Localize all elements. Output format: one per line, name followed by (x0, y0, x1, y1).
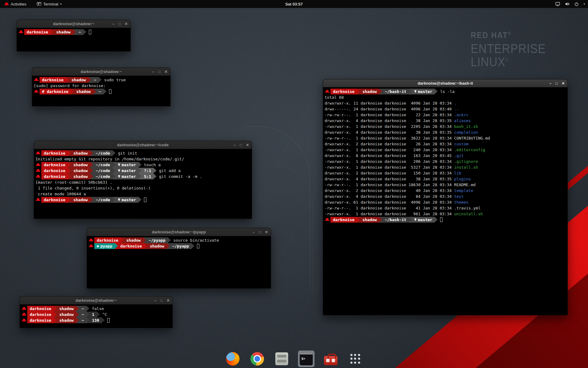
terminal-line: -rw-rw-r--. 1 darknoise darknoise 22 Jan… (325, 112, 566, 118)
minimize-button[interactable]: – (154, 299, 156, 302)
output-text: [sudo] password for darknoise: (34, 83, 106, 89)
firefox-icon[interactable] (224, 351, 241, 367)
terminal-content[interactable]: darknoiseshadow~/code git initInitialize… (34, 149, 252, 219)
chevron-down-icon: ▾ (583, 2, 585, 6)
prompt-segment: Ψmaster (412, 217, 435, 223)
terminal-window-code[interactable]: darknoise@shadow:~/code – □ ✕ darknoises… (34, 141, 252, 219)
app-menu-terminal[interactable]: Terminal ▾ (36, 0, 63, 8)
toolbox-icon[interactable] (322, 351, 339, 367)
terminal-content[interactable]: darknoiseshadow~/pyapp source bin/activa… (87, 236, 271, 288)
app-grid-icon[interactable] (347, 351, 364, 367)
terminal-line: darknoiseshadow~ sudo true (34, 77, 169, 83)
file-meta: -rwxrwxr-x. 1 darknoise darknoise 961 Ja… (325, 211, 454, 217)
terminal-window-home-2[interactable]: darknoise@shadow:~ – □ ✕ darknoiseshadow… (20, 296, 173, 328)
window-titlebar[interactable]: darknoise@shadow:~ – □ ✕ (17, 20, 130, 28)
powerline-separator (168, 237, 171, 243)
activities-button[interactable]: Activities (3, 0, 28, 8)
minimize-button[interactable]: – (549, 82, 552, 85)
terminal-content[interactable]: darknoiseshadow~ sudo true[sudo] passwor… (32, 76, 170, 106)
output-text: create mode 100644 a (36, 191, 86, 197)
prompt-segment: 130 (89, 317, 101, 323)
maximize-button[interactable]: □ (119, 22, 121, 26)
prompt-segment: ~ (79, 312, 86, 317)
terminal-line: -rw-rw-r--. 1 darknoise darknoise 41 Jan… (325, 205, 566, 211)
terminal-line: ●pyappdarknoiseshadow~/pyapp (89, 243, 269, 249)
minimize-button[interactable]: – (112, 22, 115, 26)
minimize-button[interactable]: – (234, 143, 236, 147)
window-titlebar[interactable]: darknoise@shadow:~ – □ ✕ (32, 68, 170, 76)
terminal-window-pyapp[interactable]: darknoise@shadow:~/pyapp – □ ✕ darknoise… (87, 228, 271, 289)
file-name: template (454, 188, 473, 194)
system-status-area[interactable]: ▾ (555, 2, 585, 6)
terminal-window-bash-it[interactable]: darknoise@shadow:~/bash-it – □ ✕ darknoi… (323, 79, 568, 315)
redhat-logo-icon (4, 2, 9, 6)
window-titlebar[interactable]: darknoise@shadow:~/bash-it – □ ✕ (323, 79, 567, 87)
maximize-button[interactable]: □ (160, 299, 163, 302)
prompt-segment: ~ (79, 317, 86, 323)
terminal-line: darknoiseshadow~/codeΨmaster?:1 git add … (36, 168, 250, 174)
close-button[interactable]: ✕ (265, 230, 268, 234)
terminal-app-icon (37, 2, 41, 6)
powerline-separator (54, 306, 57, 312)
maximize-button[interactable]: □ (158, 70, 160, 74)
terminal-line: darknoiseshadow~ false (21, 306, 171, 312)
redhat-prompt-icon (89, 238, 93, 242)
powerline-separator (90, 197, 93, 203)
file-name: plugins (454, 176, 471, 182)
terminal-line: -rwxrwxr-x. 1 darknoise darknoise 206 Ja… (325, 159, 566, 164)
close-button[interactable]: ✕ (125, 22, 128, 26)
terminal-line: -rwxrwxr-x. 1 darknoise darknoise 5327 J… (325, 164, 566, 170)
powerline-separator (138, 197, 141, 203)
powerline-separator (143, 237, 146, 243)
powerline-separator (138, 174, 141, 179)
prompt-segment: ~/bash-it (382, 217, 409, 223)
minimize-button[interactable]: – (253, 230, 255, 234)
close-button[interactable]: ✕ (167, 299, 170, 302)
maximize-button[interactable]: □ (556, 82, 558, 85)
terminal-line: drwxrwxr-x. 2 darknoise darknoise 150 Ja… (325, 170, 566, 176)
files-icon[interactable] (273, 351, 290, 367)
powerline-separator (144, 243, 147, 249)
window-titlebar[interactable]: darknoise@shadow:~/pyapp – □ ✕ (87, 228, 271, 236)
terminal-content[interactable]: darknoiseshadow~/bash-itΨmaster ls -lato… (323, 87, 567, 315)
cursor-block (89, 30, 91, 34)
close-button[interactable]: ✕ (562, 82, 565, 85)
branch-icon: Ψ (118, 168, 120, 174)
powerline-separator (83, 29, 86, 35)
prompt-segment: ~/code (93, 168, 112, 174)
window-titlebar[interactable]: darknoise@shadow:~/code – □ ✕ (34, 141, 252, 149)
terminal-window-home-1[interactable]: darknoise@shadow:~ – □ ✕ darknoiseshadow… (17, 20, 131, 52)
file-name: .git (454, 153, 464, 159)
powerline-separator (76, 306, 79, 312)
powerline-separator (51, 29, 54, 35)
powerline-separator (435, 217, 438, 223)
terminal-content[interactable]: darknoiseshadow~ falsedarknoiseshadow~1 … (20, 305, 172, 328)
prompt-segment: shadow (71, 174, 90, 179)
cursor-block (197, 244, 199, 248)
terminal-line: Initialized empty Git repository in /hom… (36, 156, 250, 162)
maximize-button[interactable]: □ (259, 230, 261, 234)
branch-icon: Ψ (118, 197, 120, 203)
terminal-content[interactable]: darknoiseshadow~ (17, 28, 130, 51)
close-button[interactable]: ✕ (246, 143, 249, 147)
powerline-separator (191, 243, 194, 249)
powerline-separator (97, 312, 100, 317)
maximize-button[interactable]: □ (240, 143, 242, 147)
chrome-icon[interactable] (249, 351, 266, 367)
prompt-segment: shadow (71, 197, 90, 203)
terminal-line: -rwxrwxr-x. 1 darknoise darknoise 2205 J… (325, 124, 566, 129)
chevron-down-icon: ▾ (60, 2, 62, 6)
command-text: sudo true (102, 77, 126, 83)
file-name: .. (454, 106, 459, 112)
file-meta: -rw-rw-r--. 1 darknoise darknoise 3622 J… (325, 135, 454, 141)
file-name: .travis.yml (454, 205, 481, 211)
minimize-button[interactable]: – (152, 70, 154, 74)
terminal-icon[interactable]: $> (298, 351, 315, 367)
window-titlebar[interactable]: darknoise@shadow:~ – □ ✕ (20, 297, 172, 305)
powerline-separator (357, 217, 360, 223)
clock[interactable]: Sat 03:57 (285, 2, 303, 6)
terminal-window-sudo[interactable]: darknoise@shadow:~ – □ ✕ darknoiseshadow… (32, 67, 171, 106)
window-title: darknoise@shadow:~/code (117, 143, 168, 147)
close-button[interactable]: ✕ (164, 70, 168, 74)
app-menu-label: Terminal (43, 2, 58, 6)
